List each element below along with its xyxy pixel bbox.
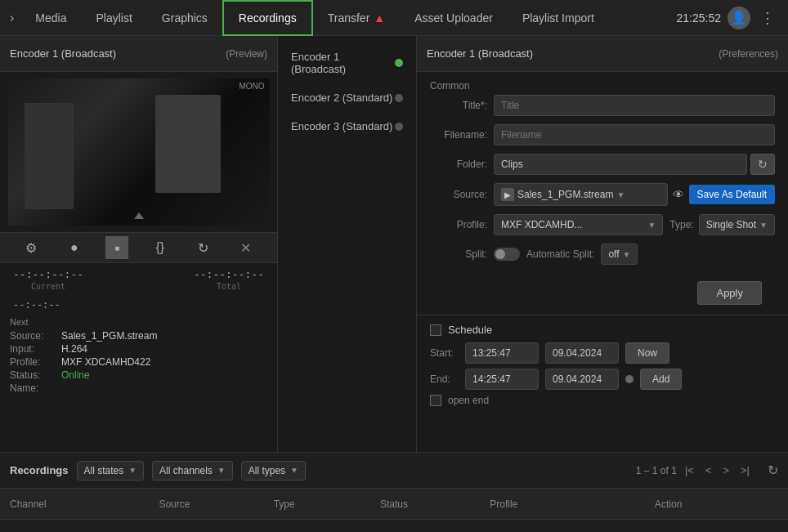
- col-source: Source: [119, 498, 229, 510]
- filename-input[interactable]: [494, 124, 775, 145]
- add-btn[interactable]: Add: [640, 369, 682, 390]
- video-preview: MONO: [8, 78, 270, 226]
- info-input-row: Input: H.264: [10, 343, 267, 355]
- filter-all-channels[interactable]: All channels ▼: [152, 461, 233, 481]
- page-first-btn[interactable]: |<: [682, 463, 697, 478]
- source-input-group: ▶ Sales_1_PGM.stream ▼ 👁 Save As Default: [494, 183, 775, 206]
- nav-time: 21:25:52: [677, 11, 722, 25]
- page-next-btn[interactable]: >: [719, 463, 732, 478]
- nav-media[interactable]: Media: [20, 0, 81, 36]
- type-select[interactable]: Single Shot ▼: [699, 214, 775, 235]
- start-date-input[interactable]: [545, 342, 619, 364]
- user-avatar[interactable]: 👤: [728, 7, 750, 29]
- apply-area: Apply: [417, 281, 788, 315]
- info-source-key: Source:: [10, 330, 55, 342]
- source-eye-icon[interactable]: 👁: [673, 188, 684, 201]
- pagination-info: 1 – 1 of 1: [636, 465, 677, 476]
- info-status-val: Online: [61, 369, 90, 381]
- left-panel: Encoder 1 (Broadcast) (Preview) MONO ⚙ ●…: [0, 36, 278, 452]
- split-row: Split: Automatic Split: off ▼: [430, 244, 775, 265]
- info-name-key: Name:: [10, 382, 55, 394]
- source-row: Source: ▶ Sales_1_PGM.stream ▼ 👁 Save As…: [430, 183, 775, 206]
- split-group: Automatic Split: off ▼: [494, 244, 775, 265]
- right-panel-header: Encoder 1 (Broadcast) (Preferences): [417, 36, 788, 72]
- col-status: Status: [339, 498, 449, 510]
- col-channel: Channel: [10, 498, 119, 510]
- source-select[interactable]: ▶ Sales_1_PGM.stream ▼: [494, 183, 668, 206]
- profile-label: Profile:: [430, 219, 487, 230]
- end-date-input[interactable]: [545, 369, 619, 390]
- filter-all-types[interactable]: All types ▼: [241, 461, 306, 481]
- info-name-row: Name:: [10, 382, 267, 394]
- title-input[interactable]: [494, 95, 775, 116]
- info-profile-row: Profile: MXF XDCAMHD422: [10, 356, 267, 368]
- recordings-bar: Recordings All states ▼ All channels ▼ A…: [0, 453, 788, 489]
- apply-btn[interactable]: Apply: [697, 281, 762, 305]
- nav-asset-uploader[interactable]: Asset Uploader: [400, 0, 508, 36]
- encoder-item-3[interactable]: Encoder 3 (Standard): [278, 112, 416, 141]
- info-status-row: Status: Online: [10, 369, 267, 381]
- nav-playlist[interactable]: Playlist: [81, 0, 146, 36]
- ctrl-refresh-btn[interactable]: ↻: [191, 236, 214, 259]
- title-row: Title*:: [430, 95, 775, 116]
- profile-value: MXF XDCAMHD...: [501, 219, 582, 230]
- schedule-title: Schedule: [448, 324, 492, 336]
- auto-split-select[interactable]: off ▼: [601, 244, 638, 265]
- filter-states-arrow: ▼: [128, 466, 137, 475]
- profile-type-group: MXF XDCAMHD... ▼ Type: Single Shot ▼: [494, 214, 775, 235]
- open-end-checkbox[interactable]: [430, 395, 441, 406]
- encoder-list: Encoder 1 (Broadcast) Encoder 2 (Standar…: [278, 36, 417, 452]
- ctrl-stop-btn[interactable]: ■: [105, 236, 128, 259]
- end-label: End:: [430, 373, 459, 385]
- total-time-block: --:--:--:-- Total: [194, 268, 264, 291]
- page-last-btn[interactable]: >|: [737, 463, 753, 478]
- filter-all-states[interactable]: All states ▼: [77, 461, 145, 481]
- pagination: 1 – 1 of 1 |< < > >|: [636, 463, 753, 478]
- preferences-link[interactable]: (Preferences): [719, 48, 778, 60]
- info-status-key: Status:: [10, 369, 55, 381]
- nav-more-dots[interactable]: ⋮: [757, 9, 778, 27]
- auto-split-value: off: [608, 248, 619, 260]
- page-prev-btn[interactable]: <: [702, 463, 715, 478]
- ctrl-close-btn[interactable]: ✕: [235, 236, 257, 259]
- nav-playlist-import[interactable]: Playlist Import: [508, 0, 609, 36]
- start-time-input[interactable]: [465, 342, 539, 364]
- nav-arrow-left[interactable]: ›: [3, 11, 20, 25]
- alert-icon: ▲: [374, 11, 385, 25]
- table-header: Channel Source Type Status Profile Actio…: [0, 489, 788, 520]
- video-figure-left: [25, 103, 74, 209]
- encoder-item-1[interactable]: Encoder 1 (Broadcast): [278, 42, 416, 83]
- split-toggle[interactable]: [494, 248, 520, 261]
- bottom-bar: Recordings All states ▼ All channels ▼ A…: [0, 452, 788, 532]
- ctrl-code-btn[interactable]: {}: [149, 236, 172, 259]
- recordings-refresh-btn[interactable]: ↻: [768, 463, 778, 478]
- save-default-btn[interactable]: Save As Default: [689, 185, 775, 204]
- open-end-label: open end: [448, 395, 489, 406]
- preview-link[interactable]: (Preview): [226, 48, 267, 60]
- encoder-item-2[interactable]: Encoder 2 (Standard): [278, 83, 416, 112]
- schedule-end-row: End: Add: [430, 369, 775, 390]
- total-time-value: --:--:--:--: [194, 268, 264, 280]
- folder-input[interactable]: [494, 154, 747, 175]
- schedule-checkbox[interactable]: [430, 324, 441, 336]
- col-action: Action: [558, 498, 778, 510]
- filter-types-label: All types: [248, 465, 285, 476]
- nav-recordings[interactable]: Recordings: [222, 0, 313, 36]
- video-marker: [134, 212, 144, 219]
- folder-row: Folder: ↻: [430, 154, 775, 175]
- ctrl-settings-btn[interactable]: ⚙: [20, 236, 43, 259]
- nav-graphics[interactable]: Graphics: [147, 0, 222, 36]
- encoder-3-status-dot: [395, 123, 403, 131]
- end-time-input[interactable]: [465, 369, 539, 390]
- nav-transfer[interactable]: Transfer ▲: [313, 0, 400, 36]
- info-profile-val: MXF XDCAMHD422: [61, 356, 150, 368]
- now-btn[interactable]: Now: [625, 342, 669, 364]
- current-time-label: Current: [13, 282, 83, 291]
- profile-select[interactable]: MXF XDCAMHD... ▼: [494, 214, 663, 235]
- folder-browse-btn[interactable]: ↻: [750, 154, 775, 175]
- ctrl-record-btn[interactable]: ●: [63, 236, 86, 259]
- current-time-value: --:--:--:--: [13, 268, 83, 280]
- left-panel-header: Encoder 1 (Broadcast) (Preview): [0, 36, 277, 72]
- encoder-2-status-dot: [395, 94, 403, 102]
- next-info: Next Source: Sales_1_PGM.stream Input: H…: [0, 314, 277, 402]
